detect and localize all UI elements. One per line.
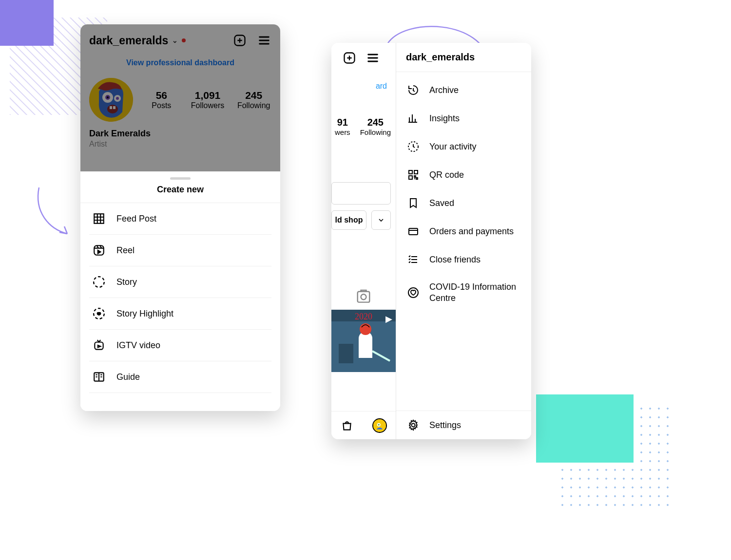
archive-icon: [407, 84, 420, 96]
dashboard-link-fragment[interactable]: ard: [331, 73, 396, 91]
svg-text:2020: 2020: [355, 312, 372, 321]
saved-icon: [407, 197, 420, 209]
right-phone: ard 91 wers 245 Following ld shop: [331, 43, 531, 439]
highlight-icon: [92, 307, 106, 320]
svg-rect-11: [94, 214, 104, 224]
tagged-tab-icon[interactable]: [355, 288, 372, 303]
svg-rect-18: [358, 292, 370, 302]
create-feed-post[interactable]: Feed Post: [89, 203, 271, 235]
menu-archive[interactable]: Archive: [396, 76, 531, 104]
svg-point-33: [408, 288, 418, 298]
closefriends-icon: [407, 253, 420, 266]
menu-orders[interactable]: Orders and payments: [396, 217, 531, 245]
modal-backdrop[interactable]: [80, 24, 280, 171]
svg-point-19: [361, 294, 366, 299]
stat-followers-fragment[interactable]: 91 wers: [335, 117, 350, 136]
profile-partial: ard 91 wers 245 Following ld shop: [331, 43, 396, 439]
decor-teal-block: [536, 394, 634, 463]
qrcode-icon: [407, 168, 420, 181]
drawer-username: dark_emeralds: [396, 43, 531, 72]
story-icon: [92, 275, 106, 289]
decor-purple-block: [0, 0, 54, 46]
guide-icon: [92, 370, 106, 384]
menu-label: Orders and payments: [429, 226, 514, 237]
menu-label: Archive: [429, 85, 459, 96]
stat-following-fragment[interactable]: 245 Following: [360, 117, 391, 136]
svg-rect-12: [94, 245, 104, 255]
menu-label: Saved: [429, 198, 454, 209]
grid-icon: [92, 212, 106, 225]
avatar-nav-icon[interactable]: [372, 418, 387, 433]
reel-icon: [92, 243, 106, 257]
sheet-item-label: Feed Post: [116, 214, 156, 224]
play-icon: ▶: [385, 314, 392, 324]
svg-rect-29: [409, 170, 412, 174]
svg-point-13: [94, 277, 104, 287]
menu-label: Close friends: [429, 254, 481, 265]
activity-icon: [407, 140, 420, 153]
heart-icon: [407, 286, 420, 299]
sheet-item-label: Guide: [116, 372, 140, 382]
shop-nav-icon[interactable]: [341, 419, 353, 432]
menu-label: QR code: [429, 169, 464, 181]
svg-point-27: [378, 424, 379, 425]
sheet-drag-handle[interactable]: [170, 177, 191, 180]
menu-qrcode[interactable]: QR code: [396, 161, 531, 189]
svg-point-34: [412, 424, 415, 427]
settings-drawer: dark_emeralds Archive Insights Your acti…: [396, 43, 531, 439]
create-new-sheet: Create new Feed Post Reel Story Story Hi…: [80, 171, 280, 411]
create-story[interactable]: Story: [89, 266, 271, 298]
create-icon[interactable]: [342, 51, 357, 65]
hamburger-icon[interactable]: [366, 51, 380, 65]
menu-settings[interactable]: Settings: [396, 411, 531, 439]
menu-close-friends[interactable]: Close friends: [396, 245, 531, 274]
annotation-arrow-left: [29, 185, 78, 243]
settings-icon: [407, 419, 420, 431]
svg-rect-31: [409, 176, 412, 179]
svg-rect-24: [339, 344, 353, 363]
igtv-icon: [92, 338, 106, 352]
create-reel[interactable]: Reel: [89, 235, 271, 266]
svg-rect-30: [414, 170, 418, 174]
menu-activity[interactable]: Your activity: [396, 132, 531, 161]
text-field-fragment[interactable]: [331, 182, 391, 205]
menu-saved[interactable]: Saved: [396, 189, 531, 217]
menu-covid[interactable]: COVID-19 Information Centre: [396, 274, 531, 311]
menu-label: Your activity: [429, 141, 476, 152]
menu-label: COVID-19 Information Centre: [429, 281, 520, 303]
create-guide[interactable]: Guide: [89, 361, 271, 393]
sheet-title: Create new: [80, 185, 280, 203]
svg-rect-32: [409, 228, 418, 235]
sheet-item-label: IGTV video: [116, 340, 160, 351]
menu-label: Insights: [429, 113, 460, 124]
left-phone: dark_emeralds ⌄ View professional dashbo…: [80, 24, 280, 411]
menu-insights[interactable]: Insights: [396, 104, 531, 132]
sheet-item-label: Story: [116, 277, 137, 287]
sheet-item-label: Reel: [116, 245, 135, 256]
post-thumbnail[interactable]: 2020 ▶: [331, 310, 396, 372]
shop-button-fragment[interactable]: ld shop: [331, 210, 366, 230]
card-icon: [407, 225, 420, 238]
insights-icon: [407, 112, 420, 125]
create-igtv[interactable]: IGTV video: [89, 330, 271, 361]
create-highlight[interactable]: Story Highlight: [89, 298, 271, 330]
sheet-item-label: Story Highlight: [116, 309, 173, 319]
chevron-down-icon[interactable]: [371, 210, 391, 230]
menu-label: Settings: [429, 420, 461, 431]
